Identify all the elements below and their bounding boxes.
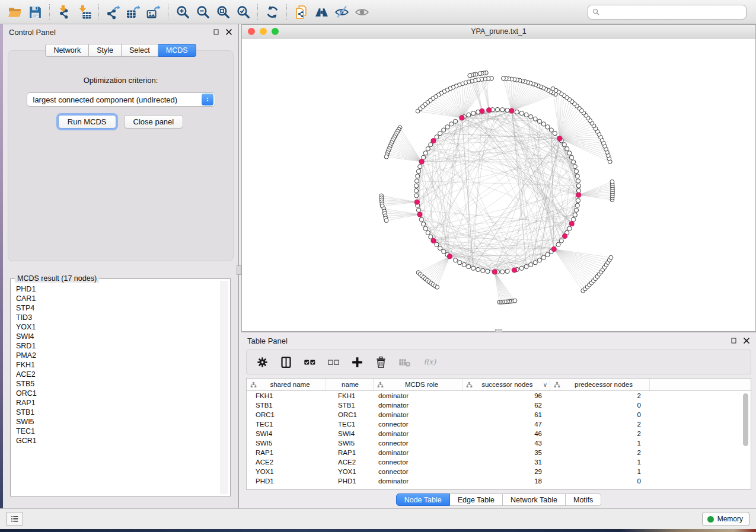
tab-edge-table[interactable]: Edge Table — [450, 493, 503, 506]
search-icon — [592, 8, 601, 17]
show-graphics-details-button[interactable] — [352, 3, 372, 21]
table-settings-button[interactable] — [256, 356, 269, 368]
criterion-value: largest connected component (undirected) — [33, 95, 178, 104]
tab-motifs[interactable]: Motifs — [566, 493, 601, 506]
mcds-result-item[interactable]: PHD1 — [16, 284, 221, 294]
mcds-result-groupbox: MCDS result (17 nodes) PHD1CAR1STP4TID3Y… — [10, 278, 231, 496]
column-header-filler — [650, 379, 751, 390]
mcds-result-item[interactable]: TEC1 — [16, 427, 221, 436]
mcds-result-item[interactable]: TID3 — [16, 313, 221, 322]
search-box[interactable] — [588, 5, 747, 20]
save-session-button[interactable] — [25, 3, 45, 21]
main-toolbar — [0, 0, 756, 24]
memory-label: Memory — [717, 515, 743, 523]
table-row[interactable]: SWI5SWI5connector431 — [247, 438, 751, 448]
mcds-result-item[interactable]: STP4 — [16, 303, 221, 313]
table-header-row: shared namenameMCDS rolesuccessor nodes∨… — [247, 379, 751, 391]
network-window-titlebar[interactable]: YPA_prune.txt_1 — [241, 24, 756, 39]
column-header-successor-nodes[interactable]: successor nodes∨ — [462, 379, 550, 390]
mcds-result-item[interactable]: STB1 — [16, 408, 221, 417]
mcds-result-item[interactable]: SRD1 — [16, 341, 221, 351]
column-header-MCDS-role[interactable]: MCDS role — [374, 379, 462, 390]
delete-column-button — [398, 356, 411, 368]
memory-button[interactable]: Memory — [702, 512, 749, 526]
hierarchy-icon — [377, 382, 384, 388]
close-panel-button[interactable]: Close panel — [124, 115, 184, 129]
select-all-button[interactable] — [304, 356, 316, 368]
split-view-button[interactable] — [280, 356, 292, 368]
delete-row-button[interactable] — [375, 356, 387, 368]
refresh-layout-button[interactable] — [262, 3, 282, 21]
network-canvas[interactable] — [241, 39, 756, 332]
table-row[interactable]: SWI4SWI4dominator462 — [247, 429, 751, 438]
result-list-scrollbar[interactable] — [221, 281, 228, 494]
vertical-splitter-handle[interactable] — [237, 265, 241, 275]
mcds-result-item[interactable]: STB5 — [16, 379, 221, 389]
column-header-shared-name[interactable]: shared name — [247, 379, 326, 390]
toolbar-separator — [168, 4, 168, 20]
toolbar-separator — [286, 4, 287, 20]
mcds-result-item[interactable]: GCR1 — [16, 436, 221, 446]
control-panel-tabs: NetworkStyleSelectMCDS — [3, 44, 238, 57]
mcds-result-item[interactable]: FKH1 — [16, 360, 221, 370]
export-image-button[interactable] — [143, 3, 164, 21]
network-overview-button[interactable] — [311, 3, 331, 21]
table-scrollbar-thumb[interactable] — [743, 393, 748, 446]
export-network-button[interactable] — [103, 3, 123, 21]
toolbar-separator — [98, 4, 99, 20]
tab-style[interactable]: Style — [89, 44, 122, 57]
float-panel-icon[interactable] — [213, 28, 220, 36]
hierarchy-icon — [250, 382, 257, 388]
mcds-result-item[interactable]: YOX1 — [16, 322, 221, 332]
hide-graphics-details-button[interactable] — [331, 3, 352, 21]
import-table-button[interactable] — [74, 3, 94, 21]
mcds-result-list[interactable]: PHD1CAR1STP4TID3YOX1SWI4SRD1PMA2FKH1ACE2… — [12, 281, 221, 494]
mcds-result-item[interactable]: SWI4 — [16, 332, 221, 341]
mcds-result-item[interactable]: PMA2 — [16, 351, 221, 360]
table-row[interactable]: STB1STB1dominator620 — [247, 400, 751, 410]
column-header-name[interactable]: name — [326, 379, 374, 390]
criterion-dropdown[interactable]: largest connected component (undirected) — [27, 92, 215, 107]
table-row[interactable]: ACE2ACE2connector311 — [247, 457, 751, 467]
tab-network[interactable]: Network — [45, 44, 89, 57]
share-document-button[interactable] — [291, 3, 311, 21]
node-table: shared namenameMCDS rolesuccessor nodes∨… — [246, 378, 751, 490]
column-header-predecessor-nodes[interactable]: predecessor nodes — [550, 379, 650, 390]
search-input[interactable] — [601, 6, 746, 18]
table-row[interactable]: TEC1TEC1connector472 — [247, 419, 751, 429]
mcds-result-item[interactable]: RAP1 — [16, 398, 221, 408]
add-row-button[interactable] — [351, 356, 363, 368]
table-row[interactable]: RAP1RAP1dominator352 — [247, 448, 751, 457]
list-menu-icon — [10, 515, 20, 523]
mcds-result-item[interactable]: ORC1 — [16, 389, 221, 398]
zoom-fit-button[interactable] — [213, 3, 233, 21]
mcds-result-item[interactable]: ACE2 — [16, 370, 221, 379]
run-mcds-button[interactable]: Run MCDS — [58, 115, 116, 129]
mcds-result-item[interactable]: SWI5 — [16, 417, 221, 427]
mcds-result-item[interactable]: CAR1 — [16, 294, 221, 303]
table-row[interactable]: ORC1ORC1dominator610 — [247, 410, 751, 419]
table-panel-title: Table Panel — [247, 336, 288, 345]
unselect-all-button[interactable] — [327, 356, 340, 368]
float-table-panel-icon[interactable] — [731, 337, 738, 344]
table-row[interactable]: PHD1PHD1dominator180 — [247, 476, 751, 486]
table-scrollbar[interactable] — [742, 392, 749, 488]
import-network-button[interactable] — [54, 3, 74, 21]
mcds-tab-content: Optimization criterion: largest connecte… — [8, 50, 234, 261]
table-row[interactable]: YOX1YOX1connector291 — [247, 467, 751, 476]
table-panel-tabs: Node TableEdge TableNetwork TableMotifs — [241, 493, 756, 506]
tab-node-table[interactable]: Node Table — [396, 493, 450, 506]
tab-network-table[interactable]: Network Table — [503, 493, 566, 506]
table-row[interactable]: FKH1FKH1dominator962 — [247, 391, 751, 400]
close-panel-icon[interactable] — [225, 28, 232, 36]
export-table-button[interactable] — [123, 3, 143, 21]
tab-select[interactable]: Select — [122, 44, 158, 57]
zoom-selected-button[interactable] — [233, 3, 253, 21]
network-graph[interactable] — [242, 39, 755, 331]
panel-menu-button[interactable] — [6, 512, 23, 526]
open-file-button[interactable] — [5, 3, 25, 21]
zoom-out-button[interactable] — [193, 3, 213, 21]
zoom-in-button[interactable] — [173, 3, 193, 21]
tab-mcds[interactable]: MCDS — [158, 44, 196, 57]
close-table-panel-icon[interactable] — [743, 337, 750, 344]
